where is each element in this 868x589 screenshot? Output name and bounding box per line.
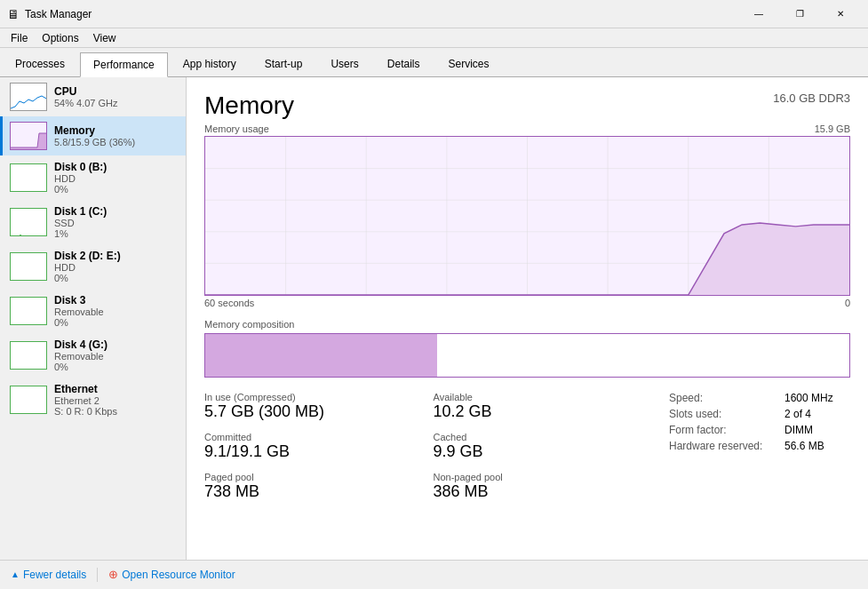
cached-value: 9.9 GB [434,442,656,461]
right-stats: Speed: 1600 MHz Slots used: 2 of 4 Form … [655,392,850,512]
menu-file[interactable]: File [4,30,35,46]
tab-users[interactable]: Users [317,52,371,76]
sidebar-item-cpu[interactable]: CPU 54% 4.07 GHz [0,77,186,116]
open-resource-monitor-link[interactable]: ⊕ Open Resource Monitor [108,568,235,581]
window-controls: — ❐ ✕ [738,0,861,28]
speed-value: 1600 MHz [784,392,833,404]
chart-time-start: 60 seconds [204,298,254,308]
sidebar-item-disk2[interactable]: Disk 2 (D: E:) HDD 0% [0,244,186,289]
form-label: Form factor: [669,424,784,436]
tab-details[interactable]: Details [374,52,434,76]
disk0-type: HDD [54,173,179,184]
window-title: Task Manager [25,8,738,20]
chart-label: Memory usage [204,123,269,134]
footer-separator [97,568,98,582]
left-stats: In use (Compressed) 5.7 GB (300 MB) Avai… [204,392,655,512]
composition-label: Memory composition [204,319,850,330]
svg-rect-4 [11,209,47,236]
memory-chart [204,136,850,296]
disk3-info: Disk 3 Removable 0% [54,294,179,328]
sidebar-item-memory[interactable]: Memory 5.8/15.9 GB (36%) [0,116,186,155]
svg-rect-3 [11,164,47,192]
disk3-usage: 0% [54,317,179,328]
sidebar: CPU 54% 4.07 GHz Memory 5.8/15.9 GB (36%… [0,77,187,560]
ethernet-sub: Ethernet 2 [54,395,179,406]
sidebar-item-disk0[interactable]: Disk 0 (B:) HDD 0% [0,155,186,200]
stat-available: Available 10.2 GB [434,392,656,421]
stat-cached: Cached 9.9 GB [434,432,656,461]
close-button[interactable]: ✕ [820,0,861,28]
disk0-thumbnail [10,163,47,192]
tab-services[interactable]: Services [434,52,502,76]
fewer-details-link[interactable]: ▲ Fewer details [11,569,86,581]
disk2-info: Disk 2 (D: E:) HDD 0% [54,250,179,283]
app-icon: 🖥 [7,7,20,21]
ethernet-thumbnail [10,386,47,414]
chart-time-row: 60 seconds 0 [204,298,850,308]
disk1-usage: 1% [54,228,179,239]
paged-pool-value: 738 MB [204,482,426,501]
non-paged-pool-label: Non-paged pool [434,472,656,482]
disk1-info: Disk 1 (C:) SSD 1% [54,205,179,239]
chart-time-end: 0 [845,298,850,308]
menu-options[interactable]: Options [35,30,85,46]
svg-rect-6 [11,298,47,325]
form-value: DIMM [784,424,813,436]
stats-grid: In use (Compressed) 5.7 GB (300 MB) Avai… [204,392,655,512]
disk0-name: Disk 0 (B:) [54,161,179,173]
stat-paged-pool: Paged pool 738 MB [204,472,426,501]
svg-rect-7 [11,342,47,370]
tab-processes[interactable]: Processes [2,52,78,76]
composition-bar [204,333,850,378]
disk1-thumbnail [10,208,47,236]
menu-view[interactable]: View [86,30,123,46]
memory-thumbnail [10,122,47,150]
speed-label: Speed: [669,392,784,404]
stat-in-use: In use (Compressed) 5.7 GB (300 MB) [204,392,426,421]
main-layout: CPU 54% 4.07 GHz Memory 5.8/15.9 GB (36%… [0,77,868,560]
tab-startup[interactable]: Start-up [251,52,316,76]
chart-label-row: Memory usage 15.9 GB [204,123,850,134]
memory-usage: 5.8/15.9 GB (36%) [54,137,179,147]
maximize-button[interactable]: ❐ [779,0,820,28]
sidebar-item-ethernet[interactable]: Ethernet Ethernet 2 S: 0 R: 0 Kbps [0,378,186,422]
svg-rect-8 [11,386,47,414]
stat-committed: Committed 9.1/19.1 GB [204,432,426,461]
cpu-info: CPU 54% 4.07 GHz [54,85,179,108]
cpu-name: CPU [54,85,179,98]
minimize-button[interactable]: — [738,0,779,28]
tab-app-history[interactable]: App history [170,52,250,76]
tab-performance[interactable]: Performance [80,52,168,77]
svg-rect-0 [11,84,47,111]
sidebar-item-disk1[interactable]: Disk 1 (C:) SSD 1% [0,200,186,244]
disk4-info: Disk 4 (G:) Removable 0% [54,338,179,372]
disk3-thumbnail [10,297,47,325]
non-paged-pool-value: 386 MB [434,482,656,501]
sidebar-item-disk4[interactable]: Disk 4 (G:) Removable 0% [0,333,186,378]
cpu-thumbnail [10,83,47,111]
footer: ▲ Fewer details ⊕ Open Resource Monitor [0,560,868,588]
ethernet-name: Ethernet [54,383,179,395]
stat-non-paged-pool: Non-paged pool 386 MB [434,472,656,501]
fewer-details-label: Fewer details [23,569,86,581]
hardware-label: Hardware reserved: [669,440,784,452]
stats-section: In use (Compressed) 5.7 GB (300 MB) Avai… [204,392,850,512]
disk0-usage: 0% [54,184,179,195]
disk4-type: Removable [54,351,179,362]
disk1-type: SSD [54,218,179,228]
paged-pool-label: Paged pool [204,472,426,482]
disk2-name: Disk 2 (D: E:) [54,250,179,262]
speed-row: Speed: 1600 MHz [669,392,850,404]
ethernet-info: Ethernet Ethernet 2 S: 0 R: 0 Kbps [54,383,179,417]
disk2-usage: 0% [54,273,179,283]
slots-value: 2 of 4 [784,408,811,420]
disk2-thumbnail [10,252,47,281]
slots-row: Slots used: 2 of 4 [669,408,850,420]
hardware-value: 56.6 MB [784,440,824,452]
disk4-usage: 0% [54,362,179,372]
disk2-type: HDD [54,262,179,273]
disk4-name: Disk 4 (G:) [54,338,179,351]
disk3-type: Removable [54,306,179,317]
sidebar-item-disk3[interactable]: Disk 3 Removable 0% [0,289,186,333]
memory-spec: 16.0 GB DDR3 [773,92,850,105]
